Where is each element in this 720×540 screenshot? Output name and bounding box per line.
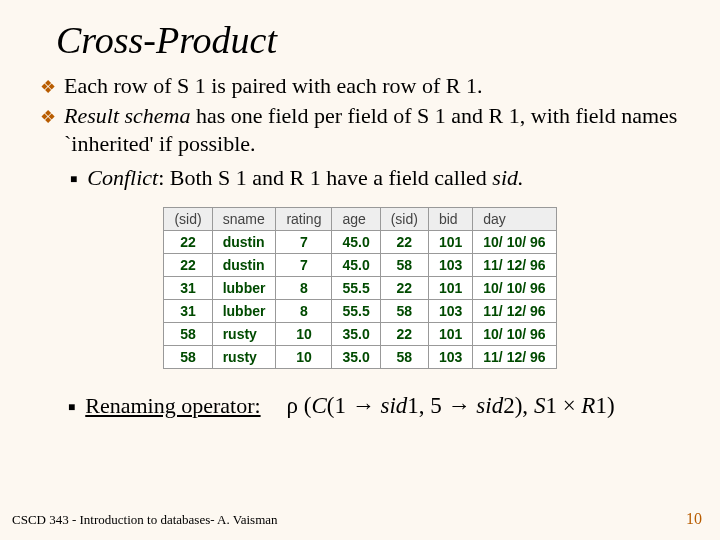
cell: 35.0 [332, 345, 380, 368]
bullet-2: ❖ Result schema has one field per field … [40, 102, 682, 158]
cell: 31 [164, 299, 212, 322]
cell: 45.0 [332, 253, 380, 276]
col-sid2: (sid) [380, 207, 428, 230]
col-rating: rating [276, 207, 332, 230]
f-sid2: sid [476, 393, 503, 418]
cell: 58 [164, 322, 212, 345]
col-sid1: (sid) [164, 207, 212, 230]
cell: 10/ 10/ 96 [473, 276, 556, 299]
bullet-3-emph: Conflict [87, 165, 158, 190]
cell: 10 [276, 322, 332, 345]
table-row: 22 dustin 7 45.0 22 101 10/ 10/ 96 [164, 230, 556, 253]
cell: 10/ 10/ 96 [473, 322, 556, 345]
cell: 22 [164, 253, 212, 276]
cell: 58 [164, 345, 212, 368]
cell: 55.5 [332, 276, 380, 299]
slide-title: Cross-Product [56, 18, 682, 62]
cell: 31 [164, 276, 212, 299]
table-body: 22 dustin 7 45.0 22 101 10/ 10/ 96 22 du… [164, 230, 556, 368]
cell: 11/ 12/ 96 [473, 345, 556, 368]
cell: 11/ 12/ 96 [473, 299, 556, 322]
cell: 55.5 [332, 299, 380, 322]
cell: 22 [380, 322, 428, 345]
f-s1n: 1 × [545, 393, 581, 418]
cell: 22 [380, 276, 428, 299]
table-row: 31 lubber 8 55.5 58 103 11/ 12/ 96 [164, 299, 556, 322]
cell: 103 [428, 345, 472, 368]
cell: 10/ 10/ 96 [473, 230, 556, 253]
cell: 45.0 [332, 230, 380, 253]
f-two: 2), [503, 393, 534, 418]
f-sid1: sid [381, 393, 408, 418]
f-one: 1, 5 → [407, 393, 476, 418]
cell: 22 [380, 230, 428, 253]
bullet-icon: ■ [70, 172, 77, 187]
table-row: 22 dustin 7 45.0 58 103 11/ 12/ 96 [164, 253, 556, 276]
cell: 8 [276, 276, 332, 299]
f-p1: (1 → [327, 393, 381, 418]
rename-label: Renaming operator: [85, 393, 260, 419]
cell: lubber [212, 276, 276, 299]
bullet-icon: ■ [68, 400, 75, 415]
rename-formula: ρ (C(1 → sid1, 5 → sid2), S1 × R1) [287, 393, 615, 419]
cell: 101 [428, 230, 472, 253]
cell: 103 [428, 253, 472, 276]
bullet-icon: ❖ [40, 76, 56, 99]
cell: 101 [428, 276, 472, 299]
cell: 7 [276, 253, 332, 276]
col-day: day [473, 207, 556, 230]
f-R: R [581, 393, 595, 418]
cell: 101 [428, 322, 472, 345]
rho-symbol: ρ [287, 393, 298, 418]
cell: 7 [276, 230, 332, 253]
cell: 58 [380, 253, 428, 276]
cell: 8 [276, 299, 332, 322]
cell: dustin [212, 230, 276, 253]
table-header-row: (sid) sname rating age (sid) bid day [164, 207, 556, 230]
f-S: S [534, 393, 546, 418]
table-row: 58 rusty 10 35.0 22 101 10/ 10/ 96 [164, 322, 556, 345]
cell: 103 [428, 299, 472, 322]
bullet-2-emph: Result schema [64, 103, 190, 128]
cell: 11/ 12/ 96 [473, 253, 556, 276]
col-bid: bid [428, 207, 472, 230]
table-row: 58 rusty 10 35.0 58 103 11/ 12/ 96 [164, 345, 556, 368]
cell: rusty [212, 322, 276, 345]
bullet-3-rest: : Both S 1 and R 1 have a field called [158, 165, 492, 190]
slide-number: 10 [686, 510, 702, 528]
cell: 35.0 [332, 322, 380, 345]
cross-product-table: (sid) sname rating age (sid) bid day 22 … [163, 207, 556, 369]
f-r1n: 1) [595, 393, 614, 418]
col-sname: sname [212, 207, 276, 230]
cell: 58 [380, 299, 428, 322]
bullet-3-sid: sid. [492, 165, 523, 190]
cell: 22 [164, 230, 212, 253]
table-row: 31 lubber 8 55.5 22 101 10/ 10/ 96 [164, 276, 556, 299]
col-age: age [332, 207, 380, 230]
rename-operator-row: ■ Renaming operator: ρ (C(1 → sid1, 5 → … [68, 393, 682, 419]
bullet-list: ❖ Each row of S 1 is paired with each ro… [40, 72, 682, 193]
cell: 58 [380, 345, 428, 368]
bullet-3-text: Conflict: Both S 1 and R 1 have a field … [87, 164, 523, 192]
bullet-3: ■ Conflict: Both S 1 and R 1 have a fiel… [70, 164, 682, 192]
cell: 10 [276, 345, 332, 368]
bullet-icon: ❖ [40, 106, 56, 129]
bullet-2-text: Result schema has one field per field of… [64, 102, 682, 158]
cell: rusty [212, 345, 276, 368]
bullet-1: ❖ Each row of S 1 is paired with each ro… [40, 72, 682, 100]
cell: lubber [212, 299, 276, 322]
cell: dustin [212, 253, 276, 276]
f-open: ( [298, 393, 311, 418]
footer-left: CSCD 343 - Introduction to databases- A.… [12, 512, 278, 528]
bullet-1-text: Each row of S 1 is paired with each row … [64, 72, 483, 100]
f-C: C [312, 393, 327, 418]
